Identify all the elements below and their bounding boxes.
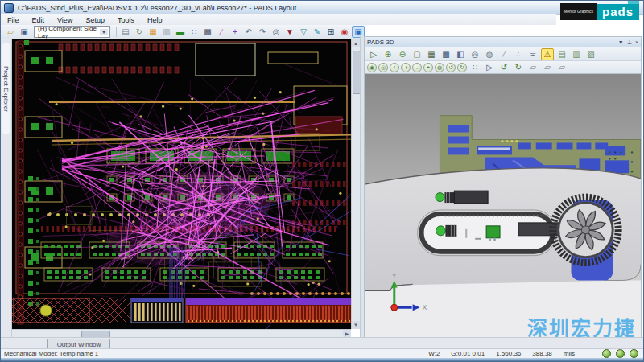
3d-viewport[interactable]: Y X 深圳宏力捷 (365, 74, 641, 343)
select-cursor-icon[interactable]: ▷ (483, 61, 496, 73)
pcb-design-graphic (12, 39, 351, 329)
export-3d-icon[interactable]: ▥ (570, 48, 583, 60)
pads-3d-toolbar: ▷⊕⊖▢▦▩◧◎◍∕∴≍⚠▤▥▧ (365, 47, 641, 61)
view-bottom-icon[interactable]: ◎ (378, 63, 388, 72)
search-3d-icon[interactable]: ◍ (483, 48, 496, 60)
status-bar: Mechanical Model: Temp name 1 W:2 G:0.01… (1, 348, 644, 358)
view-back-icon[interactable]: ◑ (401, 63, 411, 72)
panel-pin-icon[interactable]: ⊥ (627, 39, 632, 46)
grid-points-icon[interactable]: ∷ (469, 61, 481, 73)
menu-item-view[interactable]: View (51, 16, 79, 24)
grid-icon[interactable]: ∷ (188, 26, 200, 38)
view-spin-ccw-icon[interactable]: ↺ (446, 63, 456, 72)
menu-item-help[interactable]: Help (141, 16, 169, 24)
zoom-icon[interactable]: ◎ (270, 26, 283, 38)
output-window-tab-label: Output Window (57, 341, 101, 348)
verify-design-icon[interactable]: ◉ (338, 26, 351, 38)
status-grid: G:0.01 0.01 (451, 350, 485, 357)
realistic-view-icon[interactable]: ▩ (440, 48, 452, 60)
redo-icon[interactable]: ↷ (256, 26, 269, 38)
scroll-down-arrow[interactable]: ▼ (352, 321, 360, 329)
select-3d-icon[interactable]: ▷ (367, 48, 380, 60)
display-filter-icon[interactable]: ▽ (297, 26, 310, 38)
left-dock-strip: Project Explorer (1, 39, 12, 337)
component-view-icon[interactable]: ◧ (454, 48, 467, 60)
photo-view-icon[interactable]: ▩ (201, 26, 214, 38)
status-coord-x: 1,560.36 (496, 350, 521, 357)
view-front-icon[interactable]: ◐ (390, 63, 399, 72)
zoom-out-3d-icon[interactable]: ⊖ (396, 48, 409, 60)
status-indicators (601, 349, 638, 358)
snapshot-1-icon[interactable]: ▱ (526, 61, 539, 73)
save-file-icon[interactable]: ▣ (18, 26, 31, 38)
zoom-in-3d-icon[interactable]: ⊕ (382, 48, 394, 60)
undo-icon[interactable]: ↶ (242, 26, 255, 38)
project-explorer-toggle-icon[interactable]: ▥ (160, 26, 173, 38)
measure-point-icon[interactable]: ∴ (512, 48, 525, 60)
open-file-icon[interactable]: ▱ (4, 26, 17, 38)
window-bottom-border (1, 358, 644, 362)
pads-3d-panel-header[interactable]: PADS 3D ▼⊥× (365, 37, 641, 47)
layer-selector-value: (H) Component Side Lay (38, 25, 97, 39)
chevron-down-icon: ▼ (100, 29, 108, 35)
cleanup-icon[interactable]: ✎ (311, 26, 324, 38)
display-colors-icon[interactable]: ▼ (283, 26, 296, 38)
horizontal-scrollbar[interactable]: ▶ (12, 329, 351, 337)
view-top-icon[interactable]: ◉ (367, 63, 377, 72)
print-icon[interactable]: ▤ (119, 26, 132, 38)
report-icon[interactable]: ▤ (555, 48, 568, 60)
view-spin-cw-icon[interactable]: ↻ (457, 63, 467, 72)
status-green-indicator[interactable] (630, 349, 638, 358)
add-connection-icon[interactable]: ∕ (215, 26, 228, 38)
panel-menu-icon[interactable]: ▼ (618, 39, 624, 46)
layout-canvas[interactable] (12, 39, 351, 329)
drc-warning-icon[interactable]: ⚠ (541, 48, 554, 60)
axis-y-label: Y (392, 272, 397, 280)
menu-item-edit[interactable]: Edit (26, 16, 52, 24)
status-line-width: W:2 (428, 350, 440, 357)
status-green-indicator[interactable] (616, 349, 625, 358)
pads-3d-view-toolbar: ◉◎◐◑◒◓◍↺↻∷▷↺↻▱▱▱ (365, 61, 641, 74)
app-icon (4, 3, 14, 13)
title-bar[interactable]: C:\PADS_Stnd_Plus_Eval\PADSVX.1.2\Lesson… (1, 1, 644, 15)
view-left-icon[interactable]: ◒ (412, 63, 422, 72)
info-3d-icon[interactable]: ▧ (584, 48, 597, 60)
scroll-up-arrow[interactable]: ▲ (352, 39, 360, 47)
status-units[interactable]: mils (564, 350, 575, 357)
selection-filter-icon[interactable]: ⊞ (324, 26, 337, 38)
menu-bar: FileEditViewSetupToolsHelp (1, 14, 556, 25)
design-toolbar-icon[interactable]: ▦ (147, 26, 159, 38)
layer-selector[interactable]: (H) Component Side Lay ▼ (34, 26, 110, 38)
rotate-cw-icon[interactable]: ↻ (512, 61, 525, 73)
fit-view-icon[interactable]: ▢ (411, 48, 423, 60)
axis-x-label: X (423, 303, 427, 311)
board-outline-icon[interactable]: ▬ (174, 26, 187, 38)
project-explorer-tab-label: Project Explorer (2, 66, 10, 112)
measure-icon[interactable]: ∕ (497, 48, 510, 60)
project-explorer-tab[interactable]: Project Explorer (2, 43, 10, 134)
status-green-indicator[interactable] (602, 349, 611, 358)
menu-item-tools[interactable]: Tools (111, 16, 141, 24)
menu-item-file[interactable]: File (1, 16, 26, 24)
snapshot-2-icon[interactable]: ▱ (541, 61, 554, 73)
refresh-icon[interactable]: ↻ (133, 26, 146, 38)
snapshot-3-icon[interactable]: ▱ (555, 61, 568, 73)
status-coord-y: 388.38 (532, 350, 551, 357)
status-model-info: Mechanical Model: Temp name 1 (4, 350, 98, 357)
menu-item-setup[interactable]: Setup (79, 16, 111, 24)
snap-icon[interactable]: ≍ (526, 48, 539, 60)
mentor-graphics-logo: Mentor Graphics (560, 3, 597, 20)
view-isometric-icon[interactable]: ◍ (435, 63, 444, 72)
move-mode-icon[interactable]: + (229, 26, 242, 38)
panel-close-icon[interactable]: × (635, 39, 638, 46)
board-view-icon[interactable]: ▦ (425, 48, 438, 60)
pads-3d-panel: PADS 3D ▼⊥× ▷⊕⊖▢▦▩◧◎◍∕∴≍⚠▤▥▧ ◉◎◐◑◒◓◍↺↻∷▷… (364, 36, 642, 342)
pads-layout-window: { "window": { "title": "C:\\PADS_Stnd_Pl… (0, 0, 644, 362)
vertical-scrollbar[interactable]: ▲ ▼ (351, 39, 360, 329)
window-title: C:\PADS_Stnd_Plus_Eval\PADSVX.1.2\Lesson… (18, 4, 296, 12)
scroll-right-arrow[interactable]: ▶ (343, 330, 351, 337)
component-connector-slot (436, 225, 456, 237)
zoom-window-icon[interactable]: ◎ (469, 48, 481, 60)
rotate-ccw-icon[interactable]: ↺ (497, 61, 510, 73)
view-right-icon[interactable]: ◓ (423, 63, 433, 72)
